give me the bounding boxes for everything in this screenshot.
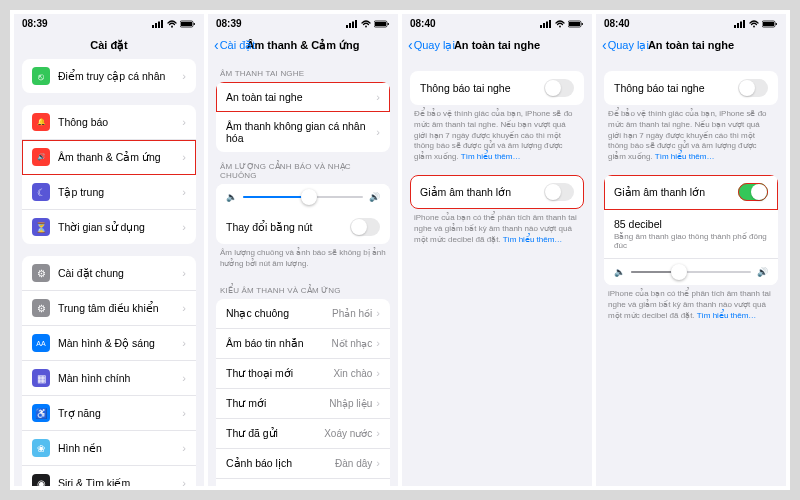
settings-row[interactable]: Âm thanh không gian cá nhân hóa› (216, 112, 390, 152)
status-bar: 08:40 (402, 14, 592, 31)
row-label: Siri & Tìm kiếm (58, 477, 182, 486)
volume-slider[interactable]: 🔈 🔊 (226, 192, 380, 202)
nav-bar: Cài đặt (14, 31, 204, 59)
settings-row[interactable]: Cảnh báo Lời nhắcĐàn dây› (216, 479, 390, 486)
status-bar: 08:39 (14, 14, 204, 31)
clock: 08:40 (410, 18, 436, 29)
section-header: ÂM THANH TAI NGHE (208, 59, 398, 82)
reduce-loud-sounds-row[interactable]: Giảm âm thanh lớn (604, 175, 778, 210)
svg-rect-2 (158, 21, 160, 28)
headphone-notifications-row[interactable]: Thông báo tai nghe (410, 71, 584, 105)
switches-icon: ⚙ (32, 299, 50, 317)
toggle[interactable] (738, 79, 768, 97)
svg-rect-8 (346, 25, 348, 28)
row-label: Thời gian sử dụng (58, 221, 182, 233)
settings-row[interactable]: Nhạc chuôngPhản hồi› (216, 299, 390, 329)
svg-rect-7 (194, 23, 196, 25)
chevron-right-icon: › (376, 457, 380, 469)
content[interactable]: ÂM THANH TAI NGHE An toàn tai nghe›Âm th… (208, 59, 398, 486)
settings-row[interactable]: ▦Màn hình chính› (22, 361, 196, 396)
headphone-notifications-row[interactable]: Thông báo tai nghe (604, 71, 778, 105)
content[interactable]: ⎋Điểm truy cập cá nhân› 🔔Thông báo›🔊Âm t… (14, 59, 204, 486)
wifi-icon (166, 20, 178, 28)
chevron-left-icon: ‹ (408, 38, 413, 52)
flower-icon: ❀ (32, 439, 50, 457)
chevron-right-icon: › (182, 372, 186, 384)
group-1: 🔔Thông báo›🔊Âm thanh & Cảm ứng›☾Tập trun… (22, 105, 196, 244)
content[interactable]: Thông báo tai nghe Để bảo vệ thính giác … (596, 59, 786, 486)
reduce-loud-group: Giảm âm thanh lớn (410, 175, 584, 209)
back-button[interactable]: ‹Cài đặt (214, 38, 255, 52)
settings-row[interactable]: Cảnh báo lịchĐàn dây› (216, 449, 390, 479)
row-label: Thư mới (226, 397, 329, 409)
signal-icon (540, 20, 552, 28)
back-button[interactable]: ‹Quay lại (408, 38, 455, 52)
svg-rect-10 (352, 21, 354, 28)
svg-rect-15 (388, 23, 390, 25)
settings-row[interactable]: Thư mớiNhập liệu› (216, 389, 390, 419)
learn-more-link[interactable]: Tìm hiểu thêm… (461, 152, 521, 161)
settings-row[interactable]: ☾Tập trung› (22, 175, 196, 210)
row-label: An toàn tai nghe (226, 91, 376, 103)
row-label: Thông báo (58, 116, 182, 128)
chevron-right-icon: › (376, 337, 380, 349)
svg-rect-1 (155, 23, 157, 28)
page-title: An toàn tai nghe (648, 39, 734, 51)
clock: 08:39 (216, 18, 242, 29)
back-button[interactable]: ‹Quay lại (602, 38, 649, 52)
chevron-right-icon: › (376, 397, 380, 409)
svg-rect-9 (349, 23, 351, 28)
nav-bar: ‹Cài đặt Âm thanh & Cảm ứng (208, 31, 398, 59)
change-with-buttons-row[interactable]: Thay đổi bằng nút (216, 210, 390, 244)
settings-row[interactable]: Âm báo tin nhắnNốt nhạc› (216, 329, 390, 359)
sounds-patterns-group: Nhạc chuôngPhản hồi›Âm báo tin nhắnNốt n… (216, 299, 390, 486)
settings-row[interactable]: ⎋Điểm truy cập cá nhân› (22, 59, 196, 93)
chevron-right-icon: › (182, 267, 186, 279)
row-value: Nốt nhạc (331, 338, 372, 349)
screen-settings: 08:39 Cài đặt ⎋Điểm truy cập cá nhân› 🔔T… (14, 14, 204, 486)
row-label: Trợ năng (58, 407, 182, 419)
wifi-icon (554, 20, 566, 28)
settings-row[interactable]: Thư đã gửiXoáy nước› (216, 419, 390, 449)
settings-row[interactable]: AAMàn hình & Độ sáng› (22, 326, 196, 361)
svg-rect-27 (743, 20, 745, 28)
signal-icon (346, 20, 358, 28)
settings-row[interactable]: ◉Siri & Tìm kiếm› (22, 466, 196, 486)
decibel-slider[interactable]: 🔈 🔊 (614, 267, 768, 277)
reduce-loud-sounds-row[interactable]: Giảm âm thanh lớn (410, 175, 584, 209)
learn-more-link[interactable]: Tìm hiểu thêm… (697, 311, 757, 320)
toggle[interactable] (738, 183, 768, 201)
settings-row[interactable]: ❀Hình nền› (22, 431, 196, 466)
section-header: ÂM LƯỢNG CẢNH BÁO VÀ NHẠC CHUÔNG (208, 152, 398, 184)
toggle[interactable] (350, 218, 380, 236)
nav-bar: ‹Quay lại An toàn tai nghe (596, 31, 786, 59)
settings-row[interactable]: ♿Trợ năng› (22, 396, 196, 431)
settings-row[interactable]: Thư thoại mớiXin chào› (216, 359, 390, 389)
chevron-right-icon: › (182, 442, 186, 454)
notifications-group: Thông báo tai nghe (410, 71, 584, 105)
chevron-right-icon: › (376, 126, 380, 138)
chevron-left-icon: ‹ (602, 38, 607, 52)
battery-icon (374, 20, 390, 28)
learn-more-link[interactable]: Tìm hiểu thêm… (655, 152, 715, 161)
row-value: Xin chào (333, 368, 372, 379)
section-footer: Để bảo vệ thính giác của bạn, iPhone sẽ … (402, 105, 592, 169)
learn-more-link[interactable]: Tìm hiểu thêm… (503, 235, 563, 244)
ringer-group: 🔈 🔊 Thay đổi bằng nút (216, 184, 390, 244)
screen-sounds: 08:39 ‹Cài đặt Âm thanh & Cảm ứng ÂM THA… (208, 14, 398, 486)
settings-row[interactable]: 🔊Âm thanh & Cảm ứng› (22, 140, 196, 175)
speaker-low-icon: 🔈 (614, 267, 625, 277)
settings-row[interactable]: ⚙Trung tâm điều khiển› (22, 291, 196, 326)
settings-row[interactable]: 🔔Thông báo› (22, 105, 196, 140)
settings-row[interactable]: An toàn tai nghe› (216, 82, 390, 112)
page-title: An toàn tai nghe (454, 39, 540, 51)
settings-row[interactable]: ⚙Cài đặt chung› (22, 256, 196, 291)
chevron-right-icon: › (376, 307, 380, 319)
svg-rect-23 (582, 23, 584, 25)
toggle[interactable] (544, 79, 574, 97)
settings-row[interactable]: ⏳Thời gian sử dụng› (22, 210, 196, 244)
content[interactable]: Thông báo tai nghe Để bảo vệ thính giác … (402, 59, 592, 486)
text-icon: AA (32, 334, 50, 352)
reduce-loud-group: Giảm âm thanh lớn 85 decibel Bằng âm tha… (604, 175, 778, 285)
svg-rect-24 (734, 25, 736, 28)
